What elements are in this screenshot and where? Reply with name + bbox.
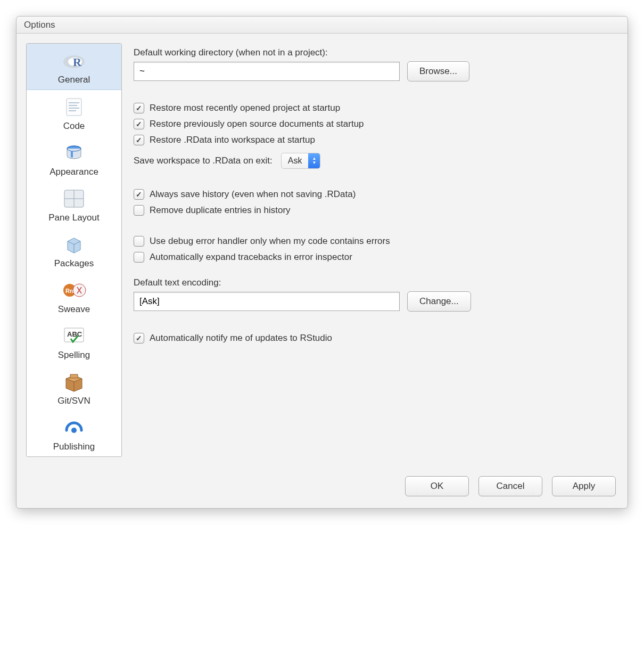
encoding-label: Default text encoding:: [134, 277, 613, 288]
main-panel: Default working directory (when not in a…: [134, 43, 618, 457]
working-dir-label: Default working directory (when not in a…: [134, 47, 613, 58]
remove-dup-history-checkbox[interactable]: [134, 205, 144, 216]
expand-tracebacks-label: Automatically expand tracebacks in error…: [150, 252, 352, 263]
debug-error-handler-checkbox[interactable]: [134, 236, 144, 247]
save-workspace-select[interactable]: Ask ▲▼: [281, 153, 321, 169]
pane-layout-icon: [63, 187, 85, 210]
dialog-footer: OK Cancel Apply: [16, 467, 628, 508]
sidebar-item-sweave[interactable]: Rnw Sweave: [27, 273, 121, 319]
svg-point-18: [71, 428, 77, 433]
r-logo-icon: R: [61, 49, 87, 72]
restore-docs-checkbox[interactable]: [134, 119, 144, 129]
paint-bucket-icon: [63, 141, 85, 165]
save-workspace-value: Ask: [282, 156, 309, 166]
sidebar-item-label: Pane Layout: [48, 212, 99, 223]
svg-text:R: R: [73, 55, 82, 69]
cardboard-box-icon: [63, 370, 85, 394]
options-window: Options R General: [16, 16, 628, 509]
remove-dup-history-label: Remove duplicate entries in history: [150, 205, 291, 216]
sidebar-item-packages[interactable]: Packages: [27, 227, 121, 273]
notify-updates-label: Automatically notify me of updates to RS…: [150, 333, 332, 344]
sidebar: R General Code: [26, 43, 122, 457]
restore-docs-label: Restore previously open source documents…: [150, 119, 364, 129]
encoding-input[interactable]: [134, 292, 400, 311]
spellcheck-icon: ABC: [62, 324, 86, 348]
sidebar-item-label: General: [58, 75, 90, 85]
titlebar: Options: [16, 17, 628, 34]
select-arrows-icon: ▲▼: [308, 153, 320, 168]
notify-updates-checkbox[interactable]: [134, 333, 144, 344]
apply-button[interactable]: Apply: [552, 476, 616, 496]
restore-rdata-checkbox[interactable]: [134, 135, 144, 145]
sidebar-item-appearance[interactable]: Appearance: [27, 136, 121, 182]
cancel-button[interactable]: Cancel: [478, 476, 542, 496]
window-title: Options: [24, 20, 55, 30]
sidebar-item-publishing[interactable]: Publishing: [27, 411, 121, 456]
sidebar-item-label: Git/SVN: [57, 396, 90, 406]
code-file-icon: [63, 95, 85, 119]
svg-text:ABC: ABC: [67, 330, 82, 338]
svg-rect-3: [67, 99, 81, 116]
restore-rdata-label: Restore .RData into workspace at startup: [150, 135, 315, 145]
sidebar-item-label: Sweave: [58, 304, 90, 315]
sidebar-item-label: Packages: [54, 258, 94, 269]
publish-icon: [62, 416, 86, 439]
sidebar-item-spelling[interactable]: ABC Spelling: [27, 319, 121, 365]
sidebar-item-pane-layout[interactable]: Pane Layout: [27, 182, 121, 227]
restore-project-label: Restore most recently opened project at …: [150, 103, 340, 113]
sidebar-item-label: Publishing: [53, 442, 95, 452]
sidebar-item-git-svn[interactable]: Git/SVN: [27, 365, 121, 411]
always-save-history-checkbox[interactable]: [134, 189, 144, 200]
ok-button[interactable]: OK: [405, 476, 469, 496]
sidebar-item-code[interactable]: Code: [27, 90, 121, 136]
sweave-icon: Rnw: [61, 279, 87, 302]
always-save-history-label: Always save history (even when not savin…: [150, 189, 356, 200]
expand-tracebacks-checkbox[interactable]: [134, 252, 144, 263]
change-button[interactable]: Change...: [407, 291, 471, 312]
sidebar-item-general[interactable]: R General: [27, 44, 121, 90]
debug-error-handler-label: Use debug error handler only when my cod…: [150, 236, 390, 247]
sidebar-item-label: Spelling: [58, 350, 90, 361]
browse-button[interactable]: Browse...: [407, 61, 469, 81]
package-box-icon: [63, 233, 85, 256]
restore-project-checkbox[interactable]: [134, 103, 144, 113]
sidebar-item-label: Appearance: [49, 167, 98, 177]
save-workspace-label: Save workspace to .RData on exit:: [134, 156, 273, 166]
sidebar-item-label: Code: [63, 121, 85, 132]
working-dir-input[interactable]: [134, 62, 400, 81]
